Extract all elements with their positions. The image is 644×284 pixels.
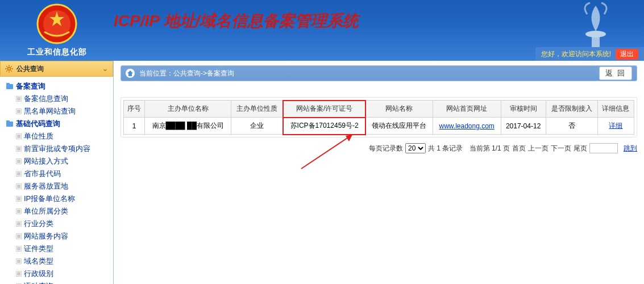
pager-jump[interactable]: 跳到 [624,144,637,153]
national-emblem-icon [36,3,77,44]
cell: www.leadong.com [433,118,501,135]
welcome-bar: 您好，欢迎访问本系统! 退出 [535,47,644,61]
cell: 领动在线应用平台 [365,118,433,135]
col-header-8: 详细信息 [597,101,634,118]
list-icon [16,246,22,252]
welcome-text: 您好，欢迎访问本系统! [541,47,611,61]
chevron-down-icon: ⌄ [102,61,108,77]
col-header-7: 是否限制接入 [546,101,597,118]
sidebar-item-code-10[interactable]: 域名类型 [15,255,111,268]
col-header-5: 网站首页网址 [433,101,501,118]
sidebar-item-code-9[interactable]: 证件类型 [15,243,111,255]
emblem-label: 工业和信息化部 [0,47,114,57]
breadcrumb-path1[interactable]: 公共查询 [173,69,201,78]
cell: 详细 [597,118,634,135]
cell: 2017-04-12 [501,118,546,135]
sidebar-item-code-0[interactable]: 单位性质 [15,130,111,143]
folder-icon [6,82,14,90]
table-row: 1南京████ ██有限公司企业苏ICP备17012459号-2领动在线应用平台… [124,118,634,135]
pager-prev[interactable]: 上一页 [528,144,549,153]
page-title: ICP/IP 地址/域名信息备案管理系统 [114,10,644,32]
cell: 苏ICP备17012459号-2 [283,118,365,135]
sidebar-item-record-info-query[interactable]: 备案信息查询 [15,93,111,105]
sidebar-item-code-2[interactable]: 网站接入方式 [15,155,111,168]
folder-icon [6,120,14,128]
sidebar-group-record-query[interactable]: 备案查询 [5,80,111,93]
content-area: 当前位置： 公共查询 -> 备案查询 返 回 序号主办单位名称主办单位性质网站备… [114,61,644,284]
sidebar-group-basic-code-query[interactable]: 基础代码查询 [5,118,111,130]
pager-first[interactable]: 首页 [512,144,526,153]
list-icon [16,233,22,239]
pager-perpage-select[interactable]: 20 [405,143,426,153]
pager-next[interactable]: 下一页 [551,144,571,153]
sidebar-item-code-4[interactable]: 服务器放置地 [15,180,111,193]
cell: 1 [124,118,145,135]
cell: 否 [546,118,597,135]
pager: 每页记录数 20 共 1 条记录 当前第 1/1 页 首页 上一页 下一页 尾页… [121,143,637,153]
col-header-1: 主办单位名称 [145,101,231,118]
sidebar-item-code-6[interactable]: 单位所属分类 [15,205,111,218]
cell: 企业 [231,118,283,135]
list-icon [16,196,22,202]
list-icon [16,96,22,102]
home-icon[interactable] [126,69,135,78]
return-button[interactable]: 返 回 [599,66,632,80]
svg-point-4 [585,31,606,37]
list-icon [16,208,22,214]
col-header-0: 序号 [124,101,145,118]
result-table: 序号主办单位名称主办单位性质网站备案/许可证号网站名称网站首页网址审核时间是否限… [123,100,634,135]
sidebar-item-blacklist-query[interactable]: 黑名单网站查询 [15,105,111,118]
col-header-4: 网站名称 [365,101,433,118]
col-header-6: 审核时间 [501,101,546,118]
list-icon [16,183,22,189]
list-icon [16,146,22,152]
site-url-link[interactable]: www.leadong.com [439,122,494,130]
svg-rect-18 [6,122,13,127]
breadcrumb-prefix: 当前位置： [139,69,173,78]
sidebar: 公共查询 ⌄ 备案查询 备案信息查询 黑名单网站查询 基础代码查询 单位性质前置… [0,61,114,284]
list-icon [16,221,22,227]
list-icon [16,158,22,164]
app-header: 工业和信息化部 ICP/IP 地址/域名信息备案管理系统 您好，欢迎访问本系统!… [0,0,644,61]
svg-rect-6 [6,84,13,89]
sidebar-item-code-12[interactable]: 语种查询 [15,280,111,284]
pager-last[interactable]: 尾页 [574,144,587,153]
sidebar-item-code-5[interactable]: IP报备单位名称 [15,193,111,205]
list-icon [16,133,22,139]
pager-total: 共 1 条记录 [428,144,463,153]
list-icon [16,258,22,264]
breadcrumb-path2[interactable]: 备案查询 [207,69,234,78]
emblem-block: 工业和信息化部 [0,0,114,57]
sidebar-item-code-3[interactable]: 省市县代码 [15,168,111,180]
cell: 南京████ ██有限公司 [145,118,231,135]
pager-perpage-label: 每页记录数 [369,144,403,153]
sidebar-item-code-7[interactable]: 行业分类 [15,218,111,230]
sidebar-item-code-1[interactable]: 前置审批或专项内容 [15,143,111,155]
title-wrap: ICP/IP 地址/域名信息备案管理系统 [114,0,644,32]
sidebar-tree: 备案查询 备案信息查询 黑名单网站查询 基础代码查询 单位性质前置审批或专项内容… [0,77,113,284]
svg-rect-19 [6,120,10,122]
list-icon [16,271,22,277]
sidebar-head[interactable]: 公共查询 ⌄ [0,61,113,77]
pager-page-input[interactable] [589,143,618,153]
svg-point-5 [7,67,10,70]
sidebar-group-label: 基础代码查询 [16,119,60,129]
col-header-2: 主办单位性质 [231,101,283,118]
svg-rect-7 [6,83,10,85]
pager-current: 当前第 1/1 页 [470,144,510,153]
col-header-3: 网站备案/许可证号 [283,101,365,118]
result-panel: 序号主办单位名称主办单位性质网站备案/许可证号网站名称网站首页网址审核时间是否限… [121,97,637,137]
sidebar-item-code-11[interactable]: 行政级别 [15,268,111,280]
breadcrumb-sep: -> [201,69,207,77]
detail-link[interactable]: 详细 [609,122,622,130]
list-icon [16,171,22,177]
sidebar-item-code-8[interactable]: 网站服务内容 [15,230,111,243]
logout-button[interactable]: 退出 [616,49,638,60]
sidebar-head-label: 公共查询 [16,61,44,77]
sidebar-group-label: 备案查询 [16,81,45,91]
list-icon [16,108,22,114]
gear-icon [5,65,13,73]
breadcrumb: 当前位置： 公共查询 -> 备案查询 返 回 [121,65,637,81]
